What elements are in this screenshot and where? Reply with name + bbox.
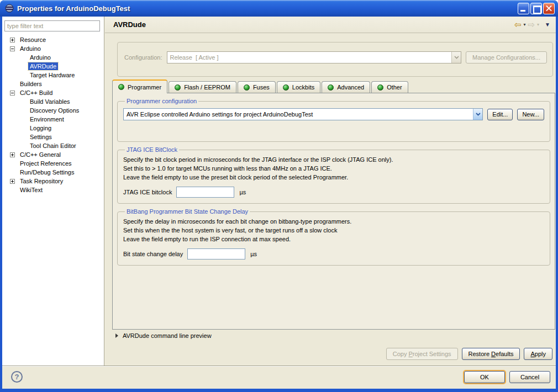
tree-item-project-references[interactable]: Project References bbox=[2, 159, 103, 168]
configuration-combo-value: Release [ Active ] bbox=[167, 54, 452, 61]
tree-item-arduino-child[interactable]: Arduino bbox=[2, 53, 103, 62]
tree-item-label: Settings bbox=[28, 133, 54, 141]
tree-item-label: C/C++ Build bbox=[18, 89, 54, 97]
status-green-icon bbox=[118, 84, 124, 90]
expand-arrow-icon bbox=[115, 333, 118, 338]
btn-text: efaults bbox=[496, 351, 513, 357]
back-arrow-icon[interactable]: ⇦ bbox=[514, 20, 522, 29]
command-line-preview-toggle[interactable]: AVRDude command line preview bbox=[115, 332, 212, 339]
copy-project-settings-button[interactable]: Copy Project Settings bbox=[386, 348, 458, 360]
tab-label: Advanced bbox=[337, 84, 364, 91]
tree-item-label: Run/Debug Settings bbox=[18, 168, 76, 176]
expander-plus-icon[interactable] bbox=[10, 179, 15, 184]
tree-item-cpp-general[interactable]: C/C++ General bbox=[2, 150, 103, 159]
expander-plus-icon[interactable] bbox=[10, 38, 15, 43]
maximize-button[interactable] bbox=[530, 3, 542, 14]
tree-item-logging[interactable]: Logging bbox=[2, 124, 103, 133]
tree-item-tool-chain-editor[interactable]: Tool Chain Editor bbox=[2, 141, 103, 150]
tree-item-label: Task Repository bbox=[18, 177, 65, 185]
filter-input[interactable] bbox=[4, 20, 100, 31]
tree-item-avrdude[interactable]: AVRDude bbox=[2, 62, 103, 71]
tree-item-label: Builders bbox=[18, 80, 44, 88]
chevron-down-icon[interactable] bbox=[451, 52, 461, 63]
tree-item-builders[interactable]: Builders bbox=[2, 80, 103, 88]
dialog-client-area: Resource Arduino Arduino AVRDude Target … bbox=[2, 17, 556, 389]
tree-item-label: C/C++ General bbox=[18, 151, 62, 158]
programmer-combo-row: AVR Eclipse controlled Arduino settings … bbox=[123, 108, 544, 120]
configuration-combo[interactable]: Release [ Active ] bbox=[167, 51, 462, 63]
tab-fuses[interactable]: Fuses bbox=[238, 81, 276, 93]
btn-mnemonic: A bbox=[530, 351, 534, 357]
view-menu-icon[interactable]: ▼ bbox=[545, 22, 550, 28]
programmer-config-combo[interactable]: AVR Eclipse controlled Arduino settings … bbox=[123, 108, 483, 120]
tree-item-cpp-build[interactable]: C/C++ Build bbox=[2, 88, 103, 97]
page-title: AVRDude bbox=[113, 20, 514, 29]
description-line: Leave the field empty to use the preset … bbox=[123, 173, 544, 182]
tree-item-run-debug-settings[interactable]: Run/Debug Settings bbox=[2, 168, 103, 177]
status-green-icon bbox=[283, 84, 289, 91]
expander-minus-icon[interactable] bbox=[10, 46, 15, 51]
tree-item-arduino[interactable]: Arduino bbox=[2, 44, 103, 53]
tab-label: Lockbits bbox=[292, 84, 314, 91]
edit-button[interactable]: Edit... bbox=[487, 109, 513, 120]
jtag-field-row: JTAG ICE bitclock µs bbox=[123, 187, 544, 198]
tree-item-task-repository[interactable]: Task Repository bbox=[2, 177, 103, 186]
sidebar: Resource Arduino Arduino AVRDude Target … bbox=[2, 17, 104, 365]
title-bar[interactable]: Properties for ArduinoDebugTest bbox=[0, 0, 558, 17]
tab-advanced[interactable]: Advanced bbox=[322, 81, 370, 93]
tree-item-label: Arduino bbox=[28, 54, 52, 61]
group-title: BitBang Programmer Bit State Change Dela… bbox=[125, 208, 250, 215]
tab-other[interactable]: Other bbox=[371, 81, 408, 93]
eclipse-logo-icon bbox=[5, 4, 14, 13]
expander-spacer bbox=[10, 161, 15, 166]
forward-menu-caret-icon[interactable]: ▾ bbox=[537, 22, 539, 27]
help-icon[interactable]: ? bbox=[11, 371, 23, 383]
manage-configurations-button[interactable]: Manage Configurations... bbox=[466, 51, 547, 63]
tree-item-environment[interactable]: Environment bbox=[2, 115, 103, 124]
minimize-button[interactable] bbox=[518, 3, 529, 14]
tab-programmer[interactable]: Programmer bbox=[112, 80, 167, 93]
tree-item-target-hardware[interactable]: Target Hardware bbox=[2, 71, 103, 80]
programmer-combo-value: AVR Eclipse controlled Arduino settings … bbox=[124, 111, 473, 118]
tree-item-label: Arduino bbox=[18, 45, 43, 52]
tree-item-resource[interactable]: Resource bbox=[2, 35, 103, 44]
chevron-down-icon[interactable] bbox=[473, 109, 482, 120]
back-menu-caret-icon[interactable]: ▾ bbox=[523, 22, 525, 27]
tree-item-wikitext[interactable]: WikiText bbox=[2, 186, 103, 194]
tab-label: Flash / EEPROM bbox=[184, 84, 230, 91]
jtag-bitclock-input[interactable] bbox=[176, 187, 234, 198]
unit-label: µs bbox=[239, 189, 246, 195]
restore-defaults-button[interactable]: Restore Defaults bbox=[462, 348, 520, 360]
bit-state-delay-input[interactable] bbox=[187, 248, 245, 259]
tab-lockbits[interactable]: Lockbits bbox=[277, 81, 320, 93]
tab-flash-eeprom[interactable]: Flash / EEPROM bbox=[169, 81, 236, 93]
jtag-bitclock-label: JTAG ICE bitclock bbox=[123, 189, 172, 195]
expander-plus-icon[interactable] bbox=[10, 152, 15, 157]
tree-item-discovery-options[interactable]: Discovery Options bbox=[2, 106, 103, 115]
expander-spacer bbox=[10, 188, 15, 193]
status-green-icon bbox=[328, 84, 334, 91]
tree-item-label: Environment bbox=[28, 115, 66, 123]
tree-item-build-variables[interactable]: Build Variables bbox=[2, 97, 103, 106]
tree-item-label: Build Variables bbox=[28, 98, 72, 105]
close-button[interactable] bbox=[543, 3, 555, 14]
tree-item-settings[interactable]: Settings bbox=[2, 133, 103, 141]
dialog-footer: ? OK Cancel bbox=[2, 365, 556, 389]
tree-item-label: WikiText bbox=[18, 186, 44, 194]
tree-item-label: Logging bbox=[28, 124, 53, 132]
main-panel: AVRDude ⇦ ▾ ⇨ ▾ ▼ Configuration: Release… bbox=[105, 17, 556, 365]
forward-arrow-icon[interactable]: ⇨ bbox=[528, 20, 535, 29]
tree-item-label: Discovery Options bbox=[28, 107, 81, 114]
status-green-icon bbox=[377, 84, 383, 91]
cancel-button[interactable]: Cancel bbox=[509, 371, 550, 383]
properties-dialog: Properties for ArduinoDebugTest Resource… bbox=[0, 0, 558, 392]
group-title: Programmer configuration bbox=[125, 98, 198, 104]
expander-minus-icon[interactable] bbox=[10, 91, 15, 96]
new-button[interactable]: New... bbox=[517, 109, 544, 120]
apply-button[interactable]: Apply bbox=[524, 348, 552, 360]
tab-label: Fuses bbox=[253, 84, 270, 91]
status-green-icon bbox=[244, 84, 250, 91]
tab-label: Other bbox=[387, 84, 402, 91]
ok-button[interactable]: OK bbox=[464, 371, 505, 383]
status-green-icon bbox=[175, 84, 181, 91]
